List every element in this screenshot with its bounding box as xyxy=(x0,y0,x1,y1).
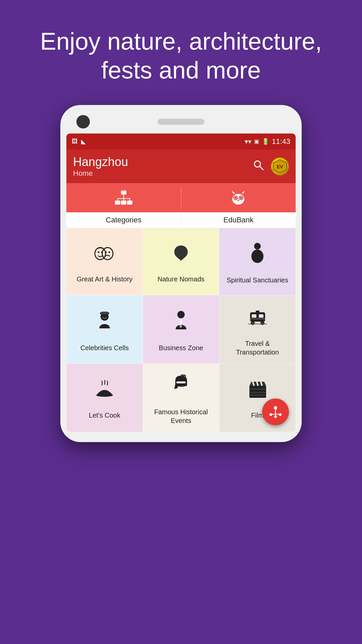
image-icon: 🖼 xyxy=(72,138,78,145)
notification-icon: ◣ xyxy=(81,138,86,145)
svg-rect-47 xyxy=(249,386,266,398)
svg-point-28 xyxy=(109,252,110,253)
cook-label: Let's Cook xyxy=(89,411,120,420)
svg-rect-39 xyxy=(259,314,263,318)
category-spiritual[interactable]: Spiritual Sanctuaries xyxy=(219,228,296,295)
art-icon xyxy=(93,243,116,268)
category-grid-container: Great Art & History Nature Nomads xyxy=(66,228,296,432)
history-icon xyxy=(170,374,192,401)
svg-rect-4 xyxy=(121,191,126,195)
tab-label-edubank[interactable]: EduBank xyxy=(181,212,296,228)
svg-point-55 xyxy=(274,406,277,410)
category-great-art[interactable]: Great Art & History xyxy=(66,228,143,295)
tabs-icons-row xyxy=(66,183,296,212)
tab-categories-icon[interactable] xyxy=(66,183,181,212)
svg-line-1 xyxy=(260,166,263,170)
phone-speaker xyxy=(158,119,204,125)
svg-point-24 xyxy=(98,252,100,253)
category-history[interactable]: Famous Historical Events xyxy=(143,364,219,432)
tab-label-categories[interactable]: Categories xyxy=(66,212,181,228)
tabs-container xyxy=(66,183,296,212)
svg-marker-22 xyxy=(241,191,245,194)
svg-rect-38 xyxy=(252,314,256,318)
tab-labels-row: Categories EduBank xyxy=(66,212,296,228)
history-label: Famous Historical Events xyxy=(146,408,216,425)
svg-point-19 xyxy=(240,197,242,199)
svg-point-29 xyxy=(254,243,261,250)
svg-rect-40 xyxy=(250,318,265,320)
svg-rect-33 xyxy=(101,312,108,314)
category-grid: Great Art & History Nature Nomads xyxy=(66,228,296,432)
svg-rect-46 xyxy=(176,381,186,383)
svg-point-27 xyxy=(105,252,107,253)
spiritual-icon xyxy=(247,242,267,269)
category-celebrities[interactable]: Celebrities Cells xyxy=(66,295,143,364)
film-icon xyxy=(247,379,268,404)
search-button[interactable] xyxy=(253,159,264,173)
signal-icon: ▣ xyxy=(254,138,259,145)
app-bar-actions: EV xyxy=(253,157,289,175)
status-left-icons: 🖼 ◣ xyxy=(72,138,86,145)
business-label: Business Zone xyxy=(159,343,203,352)
svg-marker-21 xyxy=(232,191,236,194)
svg-point-26 xyxy=(102,248,113,260)
phone-notch xyxy=(66,115,296,133)
ev-badge[interactable]: EV xyxy=(271,157,289,175)
celebrities-icon xyxy=(94,310,116,337)
svg-rect-7 xyxy=(127,201,132,205)
app-bar-title-area: Hangzhou Home xyxy=(73,155,128,178)
fab-button[interactable] xyxy=(262,398,289,425)
category-travel[interactable]: Travel & Transportation xyxy=(219,295,296,364)
phone-mockup: 🖼 ◣ ▾▾ ▣ 🔋 11:43 Hangzhou Home xyxy=(60,105,302,442)
status-right-icons: ▾▾ ▣ 🔋 11:43 xyxy=(245,137,290,146)
svg-point-18 xyxy=(235,197,237,199)
tab-edubank-icon[interactable] xyxy=(181,183,296,212)
phone-camera xyxy=(76,115,90,128)
business-icon: $ xyxy=(171,310,191,337)
category-nature[interactable]: Nature Nomads xyxy=(143,228,219,295)
travel-label: Travel & Transportation xyxy=(223,339,292,357)
status-bar: 🖼 ◣ ▾▾ ▣ 🔋 11:43 xyxy=(66,133,296,150)
phone-screen: 🖼 ◣ ▾▾ ▣ 🔋 11:43 Hangzhou Home xyxy=(66,133,296,432)
celebrities-label: Celebrities Cells xyxy=(80,343,129,352)
svg-rect-6 xyxy=(121,201,126,205)
svg-point-34 xyxy=(177,311,185,318)
svg-rect-5 xyxy=(115,201,120,205)
svg-text:EV: EV xyxy=(277,164,283,169)
art-label: Great Art & History xyxy=(77,275,133,283)
cook-icon xyxy=(95,379,115,404)
app-bar-title: Hangzhou xyxy=(73,155,128,169)
app-bar: Hangzhou Home EV xyxy=(66,150,296,183)
hero-tagline: Enjoy nature, architecture, fests and mo… xyxy=(0,0,362,105)
battery-icon: 🔋 xyxy=(262,138,269,145)
svg-rect-43 xyxy=(256,311,259,313)
wifi-icon: ▾▾ xyxy=(245,138,251,146)
travel-icon xyxy=(247,306,268,332)
svg-text:$: $ xyxy=(179,323,182,328)
spiritual-label: Spiritual Sanctuaries xyxy=(227,276,288,284)
status-time: 11:43 xyxy=(272,137,290,146)
category-business[interactable]: $ Business Zone xyxy=(143,295,219,364)
nature-icon xyxy=(171,243,191,268)
app-bar-subtitle: Home xyxy=(73,169,128,178)
nature-label: Nature Nomads xyxy=(158,275,204,283)
category-cook[interactable]: Let's Cook xyxy=(66,364,143,432)
